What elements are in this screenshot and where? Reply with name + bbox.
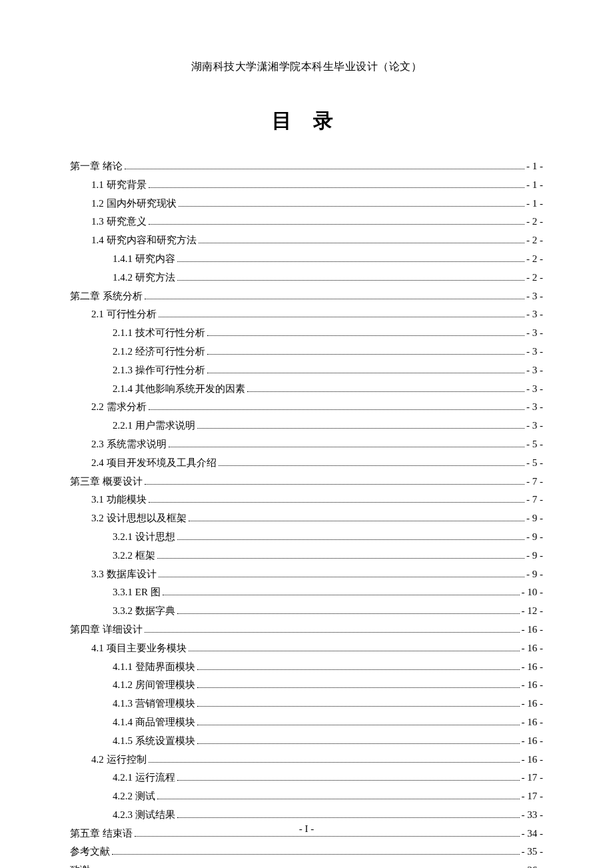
table-of-contents: 第一章 绪论- 1 -1.1 研究背景- 1 -1.2 国内外研究现状- 1 -… [70, 158, 543, 868]
toc-entry-page: - 5 - [526, 455, 543, 471]
toc-entry-page: - 16 - [522, 695, 544, 711]
toc-entry[interactable]: 3.2 设计思想以及框架- 9 - [70, 510, 543, 526]
toc-entry-label: 3.2.2 框架 [113, 547, 155, 563]
toc-entry-label: 1.4 研究内容和研究方法 [91, 232, 197, 248]
toc-entry-page: - 3 - [526, 325, 543, 341]
toc-entry-page: - 1 - [526, 177, 543, 193]
toc-entry[interactable]: 4.1.1 登陆界面模块- 16 - [70, 659, 543, 675]
toc-entry-label: 第二章 系统分析 [70, 288, 143, 304]
toc-entry-label: 4.1.1 登陆界面模块 [113, 659, 195, 675]
toc-entry-page: - 2 - [526, 232, 543, 248]
toc-entry[interactable]: 致谢- 36 - [70, 862, 543, 868]
toc-entry[interactable]: 3.3.1 ER 图- 10 - [70, 584, 543, 600]
toc-entry[interactable]: 1.4.2 研究方法- 2 - [70, 269, 543, 285]
toc-entry[interactable]: 参考文献- 35 - [70, 843, 543, 859]
toc-entry-page: - 36 - [522, 862, 544, 868]
toc-entry-label: 第三章 概要设计 [70, 473, 143, 489]
toc-leader-dots [177, 255, 524, 262]
toc-entry[interactable]: 1.4.1 研究内容- 2 - [70, 251, 543, 267]
toc-leader-dots [247, 385, 524, 392]
toc-entry[interactable]: 4.2 运行控制- 16 - [70, 751, 543, 767]
toc-entry[interactable]: 4.1.2 房间管理模块- 16 - [70, 677, 543, 693]
toc-entry-label: 3.2.1 设计思想 [113, 529, 175, 545]
toc-entry[interactable]: 2.1.1 技术可行性分析- 3 - [70, 325, 543, 341]
toc-entry[interactable]: 4.1.3 营销管理模块- 16 - [70, 695, 543, 711]
toc-entry[interactable]: 3.2.2 框架- 9 - [70, 547, 543, 563]
toc-entry[interactable]: 4.1.4 商品管理模块- 16 - [70, 714, 543, 730]
toc-entry-page: - 3 - [526, 381, 543, 397]
toc-leader-dots [197, 663, 520, 670]
toc-leader-dots [177, 774, 520, 781]
toc-entry[interactable]: 3.1 功能模块- 7 - [70, 491, 543, 507]
toc-entry[interactable]: 4.1 项目主要业务模块- 16 - [70, 640, 543, 656]
toc-entry-label: 3.1 功能模块 [91, 491, 147, 507]
toc-entry-page: - 2 - [526, 213, 543, 229]
toc-entry-page: - 33 - [522, 807, 544, 823]
toc-entry-page: - 3 - [526, 417, 543, 433]
toc-entry-page: - 16 - [522, 733, 544, 749]
toc-entry[interactable]: 第一章 绪论- 1 - [70, 158, 543, 174]
toc-entry-page: - 17 - [522, 788, 544, 804]
toc-entry-label: 1.2 国内外研究现状 [91, 195, 177, 211]
toc-entry[interactable]: 1.4 研究内容和研究方法- 2 - [70, 232, 543, 248]
toc-entry-page: - 12 - [522, 603, 544, 619]
toc-entry[interactable]: 1.2 国内外研究现状- 1 - [70, 195, 543, 211]
toc-entry[interactable]: 3.2.1 设计思想- 9 - [70, 529, 543, 545]
toc-entry[interactable]: 第三章 概要设计- 7 - [70, 473, 543, 489]
toc-entry[interactable]: 第二章 系统分析- 3 - [70, 288, 543, 304]
toc-entry-page: - 9 - [526, 529, 543, 545]
toc-entry-page: - 16 - [522, 621, 544, 637]
toc-leader-dots [207, 329, 524, 337]
toc-entry[interactable]: 3.3 数据库设计- 9 - [70, 566, 543, 582]
toc-entry[interactable]: 2.1 可行性分析- 3 - [70, 306, 543, 322]
toc-entry[interactable]: 2.1.3 操作可行性分析- 3 - [70, 362, 543, 378]
document-page: 湖南科技大学潇湘学院本科生毕业设计（论文） 目 录 第一章 绪论- 1 -1.1… [0, 0, 613, 868]
toc-leader-dots [157, 551, 524, 559]
toc-leader-dots [149, 403, 525, 411]
toc-entry-label: 参考文献 [70, 843, 110, 859]
toc-entry[interactable]: 第四章 详细设计- 16 - [70, 621, 543, 637]
toc-entry-label: 4.1 项目主要业务模块 [91, 640, 187, 656]
toc-entry-label: 第四章 详细设计 [70, 621, 143, 637]
toc-entry[interactable]: 4.2.3 测试结果- 33 - [70, 807, 543, 823]
toc-entry[interactable]: 2.4 项目开发环境及工具介绍- 5 - [70, 455, 543, 471]
toc-entry[interactable]: 3.3.2 数据字典- 12 - [70, 603, 543, 619]
toc-entry[interactable]: 2.2.1 用户需求说明- 3 - [70, 417, 543, 433]
toc-entry[interactable]: 2.1.2 经济可行性分析- 3 - [70, 343, 543, 359]
toc-entry-page: - 3 - [526, 343, 543, 359]
toc-entry-page: - 3 - [526, 288, 543, 304]
toc-title: 目 录 [70, 107, 543, 135]
page-footer: - I - [0, 823, 613, 835]
toc-leader-dots [112, 848, 520, 855]
toc-entry-page: - 2 - [526, 269, 543, 285]
toc-leader-dots [177, 811, 520, 818]
toc-entry[interactable]: 1.3 研究意义- 2 - [70, 213, 543, 229]
toc-entry-page: - 3 - [526, 362, 543, 378]
toc-entry[interactable]: 2.3 系统需求说明- 5 - [70, 436, 543, 452]
toc-leader-dots [207, 366, 524, 373]
toc-entry[interactable]: 4.2.1 运行流程- 17 - [70, 769, 543, 785]
toc-leader-dots [177, 273, 524, 281]
toc-entry-page: - 17 - [522, 769, 544, 785]
toc-leader-dots [145, 292, 524, 299]
toc-entry-page: - 3 - [526, 399, 543, 415]
toc-entry[interactable]: 2.1.4 其他影响系统开发的因素- 3 - [70, 381, 543, 397]
toc-entry[interactable]: 1.1 研究背景- 1 - [70, 177, 543, 193]
toc-leader-dots [145, 477, 524, 485]
toc-leader-dots [157, 793, 520, 800]
toc-entry[interactable]: 4.2.2 测试- 17 - [70, 788, 543, 804]
toc-entry-label: 2.1 可行性分析 [91, 306, 157, 322]
toc-entry-label: 4.2.3 测试结果 [113, 807, 175, 823]
toc-entry-label: 3.2 设计思想以及框架 [91, 510, 187, 526]
toc-entry-page: - 16 - [522, 659, 544, 675]
toc-entry[interactable]: 2.2 需求分析- 3 - [70, 399, 543, 415]
toc-entry-label: 2.2 需求分析 [91, 399, 147, 415]
toc-entry-page: - 7 - [526, 473, 543, 489]
toc-leader-dots [125, 163, 524, 170]
toc-entry-page: - 10 - [522, 584, 544, 600]
toc-entry-label: 2.1.4 其他影响系统开发的因素 [113, 381, 245, 397]
toc-leader-dots [177, 533, 524, 540]
toc-leader-dots [197, 681, 520, 689]
toc-entry[interactable]: 4.1.5 系统设置模块- 16 - [70, 733, 543, 749]
toc-entry-label: 1.1 研究背景 [91, 177, 147, 193]
